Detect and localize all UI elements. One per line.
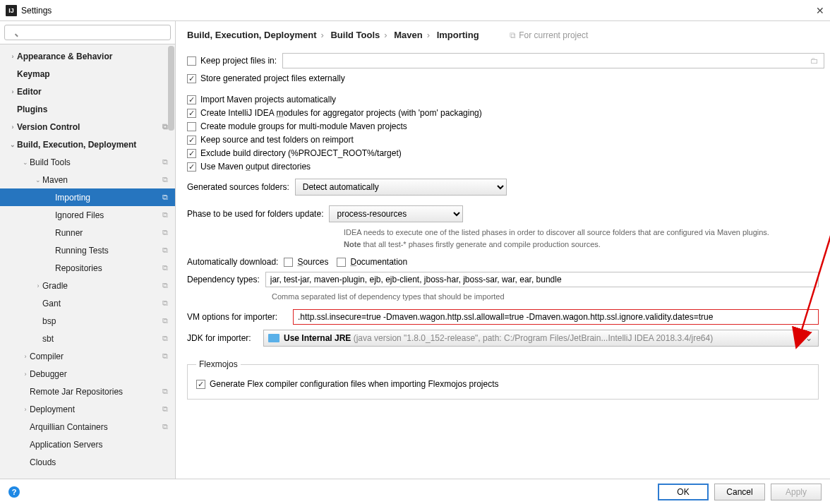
checkbox-keep-files[interactable] [187,56,196,66]
search-input[interactable] [4,25,171,40]
tree-item-debugger[interactable]: ›Debugger [0,365,175,383]
ok-button[interactable]: OK [658,484,709,500]
phase-combo[interactable]: process-resources [329,205,463,222]
copy-icon: ⧉ [162,157,168,167]
settings-tree[interactable]: ›Appearance & BehaviorKeymap›EditorPlugi… [0,44,175,479]
copy-icon: ⧉ [162,352,168,361]
tree-item-bsp[interactable]: bsp⧉ [0,312,175,330]
tree-item-appearance-behavior[interactable]: ›Appearance & Behavior [0,47,175,65]
checkbox-keep-src[interactable] [187,136,196,145]
tree-item-keymap[interactable]: Keymap [0,65,175,83]
checkbox-import-auto[interactable] [187,95,196,104]
copy-icon: ⧉ [162,281,168,290]
tree-item-deployment[interactable]: ›Deployment⧉ [0,400,175,418]
copy-icon: ⧉ [162,404,168,414]
checkbox-docs[interactable] [337,258,346,267]
tree-item-maven[interactable]: ⌄Maven⧉ [0,171,175,188]
tree-item-application-servers[interactable]: Application Servers [0,436,175,453]
copy-icon: ⧉ [510,30,516,40]
copy-icon: ⧉ [162,263,168,272]
tree-item-editor[interactable]: ›Editor [0,83,175,100]
tree-item-version-control[interactable]: ›Version Control⧉ [0,118,175,136]
breadcrumb: Build, Execution, Deployment› Build Tool… [187,30,819,40]
tree-item-clouds[interactable]: Clouds [0,453,175,471]
jdk-icon [268,334,279,342]
vm-options-input[interactable] [293,309,819,325]
tree-item-plugins[interactable]: Plugins [0,100,175,118]
window-title: Settings [21,6,803,16]
content: Build, Execution, Deployment› Build Tool… [176,21,830,479]
dep-types-hint: Comma separated list of dependency types… [272,292,819,301]
keep-files-input[interactable] [282,53,824,68]
search-wrap [0,21,175,44]
copy-icon: ⧉ [162,299,168,308]
dependency-types-input[interactable] [265,272,819,287]
copy-icon: ⧉ [162,210,168,220]
tree-item-remote-jar-repositories[interactable]: Remote Jar Repositories⧉ [0,383,175,400]
tree-item-repositories[interactable]: Repositories⧉ [0,259,175,277]
copy-icon: ⧉ [162,193,168,202]
main: ›Appearance & BehaviorKeymap›EditorPlugi… [0,21,830,479]
copy-icon: ⧉ [162,387,168,396]
copy-icon: ⧉ [162,228,168,237]
help-icon[interactable]: ? [8,486,20,498]
cancel-button[interactable]: Cancel [714,484,765,500]
sidebar: ›Appearance & BehaviorKeymap›EditorPlugi… [0,21,176,479]
titlebar: IJ Settings ✕ [0,0,830,21]
checkbox-create-modules[interactable] [187,109,196,118]
row-store-ext: Store generated project files externally [187,73,819,83]
checkbox-create-groups[interactable] [187,122,196,131]
footer: ? OK Cancel Apply [0,479,830,504]
app-icon: IJ [6,5,17,16]
jdk-combo[interactable]: Use Internal JRE (java version "1.8.0_15… [263,330,819,347]
row-keep-files: Keep project files in: 🗀 [187,53,819,68]
copy-icon: ⧉ [162,122,168,131]
tree-item-gant[interactable]: Gant⧉ [0,294,175,312]
generated-sources-combo[interactable]: Detect automatically [295,179,507,196]
tree-item-gradle[interactable]: ›Gradle⧉ [0,277,175,294]
phase-hint: IDEA needs to execute one of the listed … [344,227,819,250]
tree-item-ignored-files[interactable]: Ignored Files⧉ [0,206,175,224]
copy-icon: ⧉ [162,246,168,255]
tree-item-build-execution-deployment[interactable]: ⌄Build, Execution, Deployment [0,136,175,153]
copy-icon: ⧉ [162,316,168,325]
checkbox-sources[interactable] [284,258,293,267]
tree-item-build-tools[interactable]: ⌄Build Tools⧉ [0,153,175,171]
copy-icon: ⧉ [162,175,168,184]
tree-item-running-tests[interactable]: Running Tests⧉ [0,241,175,259]
tree-item-compiler[interactable]: ›Compiler⧉ [0,347,175,365]
copy-icon: ⧉ [162,334,168,343]
checkbox-flex-gen[interactable] [196,380,205,389]
close-icon[interactable]: ✕ [803,5,824,16]
tree-item-sbt[interactable]: sbt⧉ [0,330,175,347]
checkbox-exclude-build[interactable] [187,149,196,158]
checkbox-store-ext[interactable] [187,74,196,83]
checkbox-use-output[interactable] [187,162,196,172]
tree-item-runner[interactable]: Runner⧉ [0,224,175,241]
tree-item-arquillian-containers[interactable]: Arquillian Containers⧉ [0,418,175,436]
tree-item-importing[interactable]: Importing⧉ [0,188,175,206]
apply-button[interactable]: Apply [771,484,822,500]
flexmojos-group: Flexmojos Generate Flex compiler configu… [187,359,819,400]
copy-icon: ⧉ [162,422,168,431]
